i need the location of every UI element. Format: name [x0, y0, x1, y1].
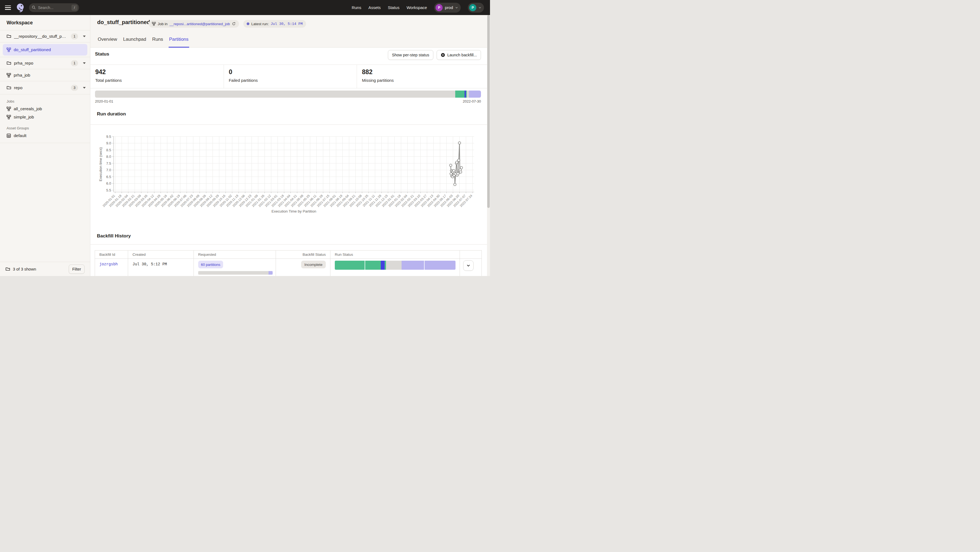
dagster-logo-icon[interactable]	[15, 3, 25, 13]
run-duration-chart: 5.56.06.57.07.58.08.59.09.52020-01-01202…	[90, 124, 487, 231]
row-expand-button[interactable]	[463, 260, 474, 271]
bar-segment	[386, 261, 402, 270]
section-heading: Jobs	[0, 98, 90, 105]
bar-segment	[335, 261, 365, 270]
partition-bar-end-date: 2022-07-30	[463, 99, 481, 103]
caret-down-icon[interactable]	[83, 36, 86, 37]
bar-segment	[425, 261, 455, 270]
caret-down-icon[interactable]	[83, 62, 86, 64]
sidebar-item-do_stuff_partitioned[interactable]: do_stuff_partitioned	[3, 44, 88, 56]
job-chip-link[interactable]: __reposi...artitioned@partitioned_job	[169, 22, 230, 26]
sidebar-item-default[interactable]: default	[0, 132, 90, 140]
page-scrollbar[interactable]	[487, 15, 490, 276]
bar-segment	[381, 261, 385, 270]
latest-run-time-link[interactable]: Jul 30, 5:14 PM	[271, 22, 303, 26]
launch-backfill-label: Launch backfill...	[447, 53, 477, 57]
nav-link-runs[interactable]: Runs	[352, 5, 361, 10]
search-input[interactable]: Search... /	[29, 3, 79, 12]
tab-bar: OverviewLaunchpadRunsPartitions	[97, 35, 189, 48]
tab-runs[interactable]: Runs	[152, 35, 164, 48]
bar-segment	[469, 90, 481, 98]
backfill-id-link[interactable]: jozrgsbh	[99, 262, 118, 266]
partition-status-bar[interactable]	[95, 90, 481, 98]
refresh-icon[interactable]	[232, 22, 236, 26]
svg-text:6.5: 6.5	[106, 175, 111, 179]
nav-link-status[interactable]: Status	[388, 5, 400, 10]
chevron-down-icon	[479, 6, 481, 9]
run-status-bar[interactable]	[335, 261, 455, 270]
sidebar-item-prha_job[interactable]: prha_job	[0, 69, 90, 81]
chevron-down-icon	[455, 6, 458, 9]
backfill-status-badge: Incomplete	[301, 261, 326, 268]
sidebar-item-label: simple_job	[14, 114, 34, 119]
requested-partitions-bar	[198, 271, 273, 274]
tab-partitions[interactable]: Partitions	[169, 35, 189, 48]
bar-segment	[198, 271, 269, 274]
sidebar-item-label: do_stuff_partitioned	[14, 47, 51, 52]
sidebar-item-label: all_cereals_job	[14, 106, 42, 111]
run-duration-title: Run duration	[97, 111, 126, 117]
nav-link-workspace[interactable]: Workspace	[407, 5, 427, 10]
backfill-history-title: Backfill History	[97, 233, 131, 239]
scrollbar-thumb[interactable]	[487, 15, 490, 208]
nav-link-assets[interactable]: Assets	[369, 5, 381, 10]
sidebar-item-simple_job[interactable]: simple_job	[0, 113, 90, 121]
job-icon	[152, 22, 156, 26]
svg-text:7.0: 7.0	[106, 168, 111, 172]
cell-requested: 60 partitions 2020-01-01 2022-07-30	[194, 259, 276, 276]
sidebar-item-prha_repo[interactable]: prha_repo1	[0, 57, 90, 69]
folder-icon	[6, 85, 11, 90]
sidebar-item-label: __repository__do_stuff_partitio...	[14, 34, 68, 39]
sidebar-item-row: do_stuff_partitioned	[0, 43, 90, 57]
show-per-step-status-button[interactable]: Show per-step status	[388, 50, 433, 60]
column-header-backfill-status: Backfill Status	[276, 251, 330, 259]
user-menu[interactable]: P	[468, 3, 484, 13]
requested-bar-labels: 2020-01-01 2022-07-30	[198, 276, 273, 276]
sidebar-section-jobs: Jobsall_cereals_jobsimple_job	[0, 94, 90, 121]
stat-failed-partitions: 0Failed partitions	[224, 65, 357, 88]
caret-down-icon[interactable]	[83, 87, 86, 89]
stat-value: 882	[362, 68, 490, 76]
sidebar-item-label: prha_job	[14, 73, 86, 78]
run-status-dot	[247, 22, 250, 25]
dagster-partitions-page: Search... / RunsAssetsStatusWorkspace P …	[0, 0, 490, 276]
svg-text:9.5: 9.5	[106, 135, 111, 139]
column-header-run-status: Run Status	[330, 251, 460, 259]
bar-segment	[269, 271, 273, 274]
sidebar-item-label: default	[14, 133, 27, 138]
latest-run-chip: Latest run: Jul 30, 5:14 PM	[243, 20, 306, 28]
deployment-avatar: P	[436, 4, 443, 11]
cell-backfill-status: Incomplete	[276, 259, 330, 276]
column-header-created: Created	[128, 251, 194, 259]
top-nav: Search... / RunsAssetsStatusWorkspace P …	[0, 0, 490, 15]
bar-segment	[467, 90, 469, 98]
launch-backfill-button[interactable]: Launch backfill...	[437, 50, 481, 60]
requested-partitions-chip[interactable]: 60 partitions	[198, 261, 223, 268]
cell-created: Jul 30, 5:12 PM	[128, 259, 194, 276]
job-chip-prefix: Job in	[158, 22, 167, 26]
sidebar-title: Workspace	[0, 15, 90, 30]
filter-button[interactable]: Filter	[69, 265, 84, 274]
svg-text:7.5: 7.5	[106, 162, 111, 165]
stat-total-partitions: 942Total partitions	[90, 65, 224, 88]
tab-launchpad[interactable]: Launchpad	[123, 35, 147, 48]
sidebar-item-label: prha_repo	[14, 61, 68, 66]
bar-segment	[402, 261, 425, 270]
svg-text:5.5: 5.5	[106, 188, 111, 192]
tab-overview[interactable]: Overview	[97, 35, 118, 48]
plus-circle-icon	[441, 53, 445, 57]
svg-text:Execution time (secs): Execution time (secs)	[99, 147, 103, 181]
stat-label: Failed partitions	[229, 78, 357, 82]
hamburger-menu-icon[interactable]	[5, 5, 11, 10]
sidebar-item-__repository__do_stuff_partitio[interactable]: __repository__do_stuff_partitio...1	[0, 30, 90, 43]
sidebar-item-all_cereals_job[interactable]: all_cereals_job	[0, 105, 90, 113]
item-count-badge: 1	[71, 60, 78, 66]
sidebar-item-repo[interactable]: repo3	[0, 81, 90, 94]
column-header-requested: Requested	[194, 251, 276, 259]
cell-backfill-id: jozrgsbh	[95, 259, 128, 276]
requested-bar-end-date: 2022-07-30	[256, 276, 273, 276]
deployment-switcher[interactable]: P prod	[434, 3, 461, 13]
svg-text:8.0: 8.0	[106, 155, 111, 159]
svg-text:Execution Time by Partition: Execution Time by Partition	[272, 209, 317, 213]
latest-run-label: Latest run:	[251, 22, 269, 26]
